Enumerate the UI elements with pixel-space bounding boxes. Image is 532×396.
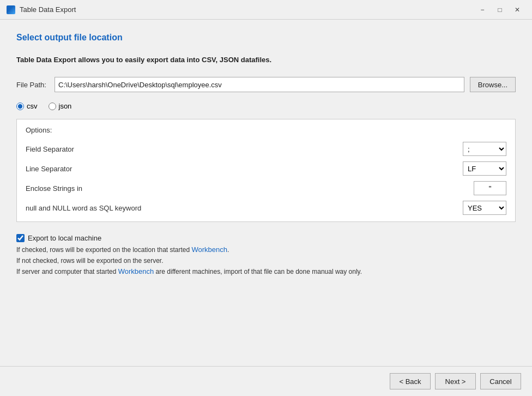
file-path-row: File Path: Browse... xyxy=(16,77,516,92)
title-bar-left: Table Data Export xyxy=(7,5,76,14)
minimize-button[interactable]: − xyxy=(474,3,491,16)
workbench-highlight-2: Workbench xyxy=(118,267,154,275)
file-path-label: File Path: xyxy=(16,81,49,89)
null-keyword-select[interactable]: YES NO xyxy=(463,201,506,215)
field-separator-select[interactable]: ; , | TAB xyxy=(463,142,506,156)
app-icon xyxy=(7,5,15,14)
null-keyword-label: null and NULL word as SQL keyword xyxy=(26,204,141,212)
export-local-label[interactable]: Export to local machine xyxy=(28,234,101,242)
export-local-section: Export to local machine If checked, rows… xyxy=(16,231,516,278)
csv-radio-label[interactable]: csv xyxy=(16,102,38,110)
browse-button[interactable]: Browse... xyxy=(470,77,516,92)
window-title: Table Data Export xyxy=(20,5,76,14)
spacer xyxy=(16,286,516,353)
export-local-checkbox[interactable] xyxy=(16,234,25,242)
enclose-strings-row: Enclose Strings in xyxy=(26,181,506,195)
close-button[interactable]: ✕ xyxy=(509,3,525,16)
options-title: Options: xyxy=(26,126,506,134)
description: Table Data Export allows you to easily e… xyxy=(16,56,516,64)
maximize-button[interactable]: □ xyxy=(492,3,508,16)
next-button[interactable]: Next > xyxy=(435,373,476,389)
enclose-strings-input[interactable] xyxy=(474,181,506,195)
export-local-row: Export to local machine xyxy=(16,234,516,242)
json-radio[interactable] xyxy=(49,103,56,110)
json-label: json xyxy=(59,102,72,110)
csv-radio[interactable] xyxy=(16,103,24,110)
json-radio-label[interactable]: json xyxy=(49,102,72,110)
field-separator-label: Field Separator xyxy=(26,145,74,153)
footer: < Back Next > Cancel xyxy=(0,366,532,396)
line-separator-label: Line Separator xyxy=(26,165,72,173)
null-keyword-row: null and NULL word as SQL keyword YES NO xyxy=(26,201,506,215)
window-controls: − □ ✕ xyxy=(474,3,525,16)
format-row: csv json xyxy=(16,102,516,110)
line-separator-row: Line Separator LF CR CRLF xyxy=(26,161,506,176)
enclose-strings-label: Enclose Strings in xyxy=(26,184,82,193)
cancel-button[interactable]: Cancel xyxy=(480,373,521,389)
line-separator-select[interactable]: LF CR CRLF xyxy=(463,161,506,176)
workbench-highlight-1: Workbench xyxy=(192,245,228,254)
export-local-info: If checked, rows will be exported on the… xyxy=(16,244,516,278)
options-box: Options: Field Separator ; , | TAB Line … xyxy=(16,119,516,222)
page-title: Select output file location xyxy=(16,33,516,43)
title-bar: Table Data Export − □ ✕ xyxy=(0,0,532,20)
back-button[interactable]: < Back xyxy=(390,373,431,389)
field-separator-row: Field Separator ; , | TAB xyxy=(26,142,506,156)
main-content: Select output file location Table Data E… xyxy=(0,20,532,366)
csv-label: csv xyxy=(27,102,38,110)
file-path-input[interactable] xyxy=(55,77,464,92)
